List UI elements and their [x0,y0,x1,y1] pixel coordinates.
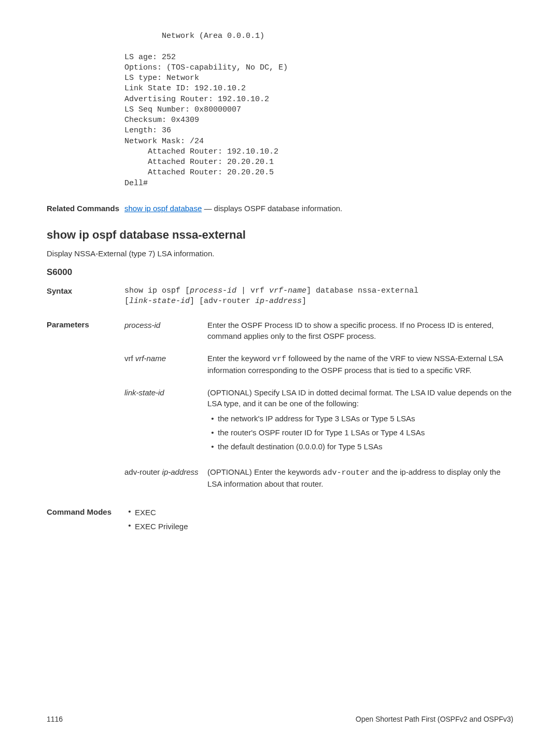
param-name-plain: vrf [124,354,135,363]
param-name: vrf vrf-name [124,353,207,364]
page-footer: 1116 Open Shortest Path First (OSPFv2 an… [47,715,513,723]
param-desc: Enter the keyword vrf followeed by the n… [207,353,513,376]
param-desc-text: (OPTIONAL) Specify LSA ID in dotted deci… [207,388,512,408]
param-row: process-id Enter the OSPF Process ID to … [124,320,513,341]
param-name-italic: ip-address [162,467,199,476]
param-desc-text: (OPTIONAL) Enter the keywords [207,467,323,476]
param-desc-text: Enter the keyword [207,354,272,363]
syntax-italic: link-state-id [129,297,190,306]
section-heading: show ip ospf database nssa-external [47,228,513,242]
related-link[interactable]: show ip ospf database [124,204,202,213]
bullet-text: the network's IP address for Type 3 LSAs… [218,413,513,424]
bullet-item: • the network's IP address for Type 3 LS… [207,413,513,424]
page-number: 1116 [47,715,63,723]
syntax-text: [ [124,297,129,306]
syntax-text: | vrf [236,286,269,295]
related-rest: — displays OSPF database information. [202,204,342,213]
bullet-item: • EXEC Privilege [124,521,513,532]
bullet-text: the default destination (0.0.0.0) for Ty… [218,441,513,452]
related-label: Related Commands [47,203,124,214]
param-desc: Enter the OSPF Process ID to show a spec… [207,320,513,341]
command-modes-list: • EXEC • EXEC Privilege [124,507,513,535]
bullet-list: • the network's IP address for Type 3 LS… [207,413,513,452]
syntax-text: ] [302,297,306,306]
param-desc-mono: adv-router [323,469,370,477]
footer-right: Open Shortest Path First (OSPFv2 and OSP… [356,715,513,723]
bullet-dot: • [207,441,218,452]
param-name: link-state-id [124,387,207,398]
bullet-dot: • [207,427,218,438]
param-name-italic: link-state-id [124,388,164,397]
syntax-label: Syntax [47,286,124,296]
code-block: Network (Area 0.0.0.1) LS age: 252 Optio… [124,31,513,189]
syntax-text: ] database nssa-external [306,286,418,295]
param-name-italic: process-id [124,321,160,329]
bullet-dot: • [124,521,135,530]
related-commands-row: Related Commands show ip ospf database —… [47,203,513,214]
param-name-italic: vrf-name [135,354,166,363]
parameters-label: Parameters [47,320,124,501]
param-desc-mono: vrf [272,355,286,364]
param-name: adv-router ip-address [124,466,207,477]
section-desc: Display NSSA-External (type 7) LSA infor… [47,249,513,258]
param-desc: (OPTIONAL) Enter the keywords adv-router… [207,466,513,489]
syntax-content: show ip ospf [process-id | vrf vrf-name]… [124,286,513,307]
parameters-block: Parameters process-id Enter the OSPF Pro… [47,320,513,501]
subheading: S6000 [47,267,513,278]
bullet-text: the router's OSPF router ID for Type 1 L… [218,427,513,438]
param-name-plain: adv-router [124,467,162,476]
command-modes-label: Command Modes [47,507,124,535]
bullet-item: • the default destination (0.0.0.0) for … [207,441,513,452]
bullet-dot: • [207,413,218,424]
param-name: process-id [124,320,207,330]
bullet-item: • the router's OSPF router ID for Type 1… [207,427,513,438]
command-modes-block: Command Modes • EXEC • EXEC Privilege [47,507,513,535]
syntax-row: Syntax show ip ospf [process-id | vrf vr… [47,286,513,307]
syntax-italic: process-id [190,286,236,295]
syntax-italic: vrf-name [269,286,306,295]
syntax-italic: ip-address [255,297,302,306]
bullet-dot: • [124,507,135,516]
related-content: show ip ospf database — displays OSPF da… [124,203,513,214]
syntax-text: show ip ospf [ [124,286,190,295]
bullet-text: EXEC [135,507,513,518]
param-row: vrf vrf-name Enter the keyword vrf follo… [124,353,513,376]
bullet-item: • EXEC [124,507,513,518]
syntax-text: ] [adv-router [190,297,255,306]
bullet-text: EXEC Privilege [135,521,513,532]
parameters-list: process-id Enter the OSPF Process ID to … [124,320,513,501]
param-desc: (OPTIONAL) Specify LSA ID in dotted deci… [207,387,513,455]
param-row: adv-router ip-address (OPTIONAL) Enter t… [124,466,513,489]
param-row: link-state-id (OPTIONAL) Specify LSA ID … [124,387,513,455]
